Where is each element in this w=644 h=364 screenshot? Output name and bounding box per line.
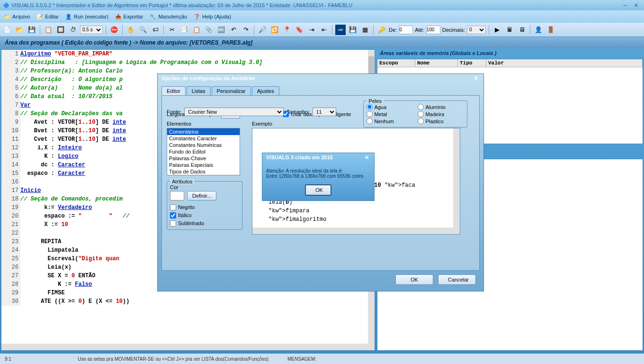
elemento-item[interactable]: Texto em Geral — [167, 175, 240, 175]
msgbox-line2: Entre 1280x768 à 1366x768 com 65536 core… — [266, 173, 370, 179]
run2-button[interactable]: ▶ — [492, 25, 502, 35]
status-hint: Use as setas pra MOVIMENTAR-SE ou <<Ctrl… — [78, 356, 268, 362]
copy2-button[interactable]: 📑 — [179, 25, 189, 35]
negrito-check[interactable]: Negrito — [170, 204, 239, 210]
minimize-button[interactable]: ─ — [620, 2, 630, 8]
screen-button[interactable]: 🖥 — [517, 25, 527, 35]
tab-listas[interactable]: Listas — [187, 86, 211, 95]
menu-manutencao[interactable]: 🔧Manutenção — [150, 14, 187, 20]
window-controls: ─ ✕ — [620, 2, 641, 9]
replace-button[interactable]: 🔁 — [269, 25, 280, 35]
status-pos: 9:1 — [5, 356, 11, 362]
peles-legend: Peles — [367, 98, 384, 104]
speed-select[interactable]: 0.5 s — [80, 26, 103, 34]
user-button[interactable]: 👤 — [533, 25, 544, 35]
col-tipo[interactable]: Tipo — [458, 59, 486, 67]
color-swatch[interactable] — [170, 191, 184, 200]
elemento-item[interactable]: Palavras-Chave — [167, 155, 240, 162]
example-vscroll[interactable] — [453, 128, 460, 228]
calc-button[interactable]: 🖩 — [504, 25, 515, 35]
stop-button[interactable]: ⛔ — [109, 25, 119, 35]
elemento-item[interactable]: Comentários — [167, 128, 240, 135]
format-button[interactable]: 🔤 — [216, 25, 226, 35]
ate-input[interactable] — [426, 26, 440, 34]
msgbox-title: VISUALG 3 criado em 2015 — [266, 155, 333, 162]
var-button[interactable]: var — [335, 25, 346, 35]
de-input[interactable] — [399, 26, 413, 34]
tag-button[interactable]: 🏷 — [150, 25, 161, 35]
exit-button[interactable]: 🚪 — [546, 25, 556, 35]
find-button[interactable]: 🔎 — [257, 25, 268, 35]
open-button[interactable]: 📂 — [14, 25, 25, 35]
size-select[interactable]: 11 — [313, 108, 336, 116]
options-close-button[interactable]: ✕ — [472, 75, 480, 83]
options-ok-button[interactable]: OK — [395, 274, 433, 285]
de-label: De: — [389, 27, 397, 33]
elemento-item[interactable]: Tipos de Dados — [167, 168, 240, 175]
paste-button[interactable]: 📋 — [191, 25, 202, 35]
menu-arquivo[interactable]: 📁Arquivo — [4, 14, 30, 20]
example-hscroll[interactable] — [252, 228, 460, 234]
menu-exportar[interactable]: 📤Exportar — [115, 14, 143, 20]
key-button[interactable]: 🔑 — [376, 25, 387, 35]
redo-button[interactable]: ↷ — [241, 25, 251, 35]
zoom-button[interactable]: 🔍 — [138, 25, 148, 35]
cut-button[interactable]: ✂ — [167, 25, 177, 35]
menubar: 📁Arquivo 📝Editar 👤Run (executar) 📤Export… — [0, 10, 644, 23]
menu-editar[interactable]: 📝Editar — [36, 14, 59, 20]
grid-button[interactable]: ▦ — [360, 25, 370, 35]
hand-button[interactable]: ✋ — [125, 25, 136, 35]
pele-radio-alumínio[interactable]: Alumínio — [418, 104, 464, 110]
status-msg: MENSAGEM: — [287, 356, 316, 362]
save-button[interactable]: 💾 — [27, 25, 37, 35]
italico-check[interactable]: Itálico — [170, 212, 239, 218]
options-cancel-button[interactable]: Cancelar — [438, 274, 476, 285]
close-button[interactable]: ✕ — [631, 2, 641, 8]
elemento-item[interactable]: Fundo do Editol — [167, 148, 240, 155]
tab-editor[interactable]: Editor — [161, 86, 186, 95]
elemento-item[interactable]: Constantes Caracter — [167, 135, 240, 142]
col-escopo[interactable]: Escopo — [377, 59, 415, 67]
titlebar: 🔷 VISUALG 3.0.5.2 * Interpretador e Edit… — [0, 0, 644, 10]
pele-radio-metal[interactable]: Metal — [367, 111, 413, 117]
msgbox-line1: Atenção: A resolução ideal da tela é: — [266, 168, 370, 173]
elemento-item[interactable]: Constantes Numéricas — [167, 142, 240, 148]
msgbox-close-button[interactable]: ✕ — [363, 155, 370, 162]
header-row: Área dos programas ( Edição do código fo… — [0, 37, 644, 48]
col-nome[interactable]: Nome — [415, 59, 458, 67]
mem-header: Áreas variáveis de memória (Globais e Lo… — [377, 49, 643, 57]
new-button[interactable]: 📄 — [2, 25, 12, 35]
pele-radio-agua[interactable]: Agua — [367, 104, 413, 110]
goto-button[interactable]: 📍 — [282, 25, 292, 35]
toolbar: 📄 📂 💾 📋 🔲 ⏱ 0.5 s ⛔ ✋ 🔍 🏷 ✂ 📑 📋 📎 🔤 ↶ ↷ … — [0, 23, 644, 37]
elementos-listbox[interactable]: ComentáriosConstantes CaracterConstantes… — [167, 128, 240, 175]
clip-button[interactable]: 📎 — [204, 25, 214, 35]
definir-button[interactable]: Definir... — [187, 191, 216, 200]
dec-select[interactable]: 0 — [467, 26, 486, 34]
tab-ajustes[interactable]: Ajustes — [252, 86, 279, 95]
menu-run[interactable]: 👤Run (executar) — [65, 14, 108, 20]
msgbox-ok-button[interactable]: OK — [305, 184, 331, 196]
mem-button[interactable]: 💾 — [348, 25, 358, 35]
export-icon: 📤 — [115, 14, 122, 20]
layout-button[interactable]: 🔲 — [55, 25, 66, 35]
outdent-button[interactable]: ⇤ — [319, 25, 329, 35]
copy-button[interactable]: 📋 — [43, 25, 54, 35]
undo-button[interactable]: ↶ — [228, 25, 239, 35]
horizontal-scrollbar[interactable] — [1, 344, 375, 350]
elemento-item[interactable]: Palavras Especiais — [167, 162, 240, 168]
clock-button[interactable]: ⏱ — [68, 25, 78, 35]
header-text: Área dos programas ( Edição do código fo… — [5, 39, 252, 46]
bookmark-button[interactable]: 🔖 — [294, 25, 304, 35]
cor-label: Cor — [170, 184, 239, 190]
size-label: Tamanho: — [286, 109, 309, 115]
font-label: Fonte: — [167, 109, 181, 115]
col-valor[interactable]: Valor — [486, 59, 643, 67]
sublinhado-check[interactable]: Sublinhado — [170, 220, 239, 227]
pele-radio-madeira[interactable]: Madeira — [418, 111, 464, 117]
font-select[interactable]: Courier New — [184, 108, 284, 116]
tab-personalizar[interactable]: Personalizar — [212, 86, 251, 95]
maint-icon: 🔧 — [150, 14, 156, 20]
indent-button[interactable]: ⇥ — [306, 25, 317, 35]
menu-help[interactable]: ❓Help (Ajuda) — [194, 14, 231, 20]
